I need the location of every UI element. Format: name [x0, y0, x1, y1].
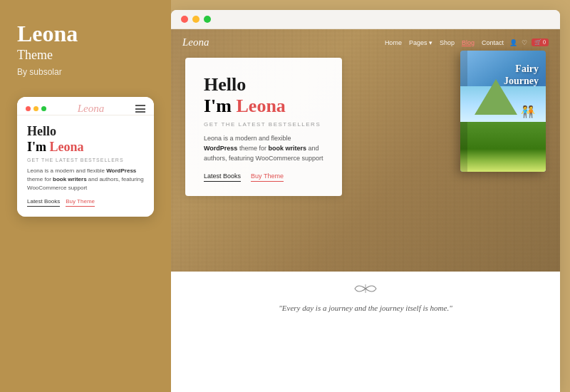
mobile-im: I'm Leona [27, 140, 144, 155]
mobile-mockup: Leona Hello I'm Leona GET THE LATEST BES… [17, 97, 154, 217]
nav-links: Home Pages ▾ Shop Blog Contact [385, 39, 504, 46]
mobile-content: Hello I'm Leona GET THE LATEST BESTSELLE… [17, 115, 154, 217]
mobile-logo: Leona [78, 103, 105, 115]
nav-contact[interactable]: Contact [482, 39, 504, 46]
browser-chrome [171, 10, 560, 29]
mobile-dot-red [26, 106, 31, 111]
browser-dot-green [204, 16, 211, 23]
theme-subtitle: Theme [17, 48, 53, 63]
theme-title: Leona [17, 21, 78, 46]
book-cover: Fairy Journey 🧑‍🤝‍🧑 [460, 51, 546, 172]
mobile-desc: Leona is a modern and flexible WordPress… [27, 167, 144, 192]
card-desc: Leona is a modern and flexible WordPress… [204, 133, 323, 164]
website-bottom: "Every day is a journey and the journey … [171, 272, 560, 336]
leaf-icon [351, 282, 380, 299]
nav-home[interactable]: Home [385, 39, 402, 46]
mobile-hello: Hello [27, 124, 144, 140]
nav-icons: 👤 ♡ 🛒 0 [509, 38, 549, 46]
browser-body: Leona Home Pages ▾ Shop Blog Contact 👤 ♡… [171, 29, 560, 392]
book-landscape [460, 115, 546, 172]
user-icon[interactable]: 👤 [509, 39, 517, 46]
card-im: I'm Leona [204, 96, 323, 117]
cart-icon[interactable]: 🛒 0 [532, 38, 549, 46]
browser-dot-red [181, 16, 188, 23]
wishlist-icon[interactable]: ♡ [522, 39, 527, 46]
right-panel: Leona Home Pages ▾ Shop Blog Contact 👤 ♡… [171, 0, 570, 392]
browser-dot-yellow [192, 16, 200, 23]
book-mountain [475, 79, 517, 115]
browser-window: Leona Home Pages ▾ Shop Blog Contact 👤 ♡… [171, 10, 560, 392]
mobile-dot-green [41, 106, 46, 111]
card-hello: Hello [204, 75, 323, 96]
book-figures: 🧑‍🤝‍🧑 [521, 105, 535, 118]
mobile-latest-books-button[interactable]: Latest Books [27, 198, 60, 207]
website-hero: Leona Home Pages ▾ Shop Blog Contact 👤 ♡… [171, 29, 560, 272]
mobile-tagline: GET THE LATEST BESTSELLERS [27, 158, 144, 163]
theme-by: By subsolar [17, 67, 62, 77]
mobile-dots [26, 106, 46, 111]
hero-card: Hello I'm Leona GET THE LATEST BESTSELLE… [185, 58, 342, 196]
card-buttons: Latest Books Buy Theme [204, 172, 323, 182]
bottom-quote: "Every day is a journey and the journey … [279, 304, 452, 312]
nav-pages[interactable]: Pages ▾ [409, 39, 432, 46]
mobile-buttons: Latest Books Buy Theme [27, 198, 144, 207]
card-name: Leona [237, 96, 286, 116]
card-tagline: GET THE LATEST BESTSELLERS [204, 121, 323, 128]
left-panel: Leona Theme By subsolar Leona Hello I'm … [0, 0, 171, 392]
nav-blog[interactable]: Blog [462, 39, 475, 46]
hamburger-icon[interactable] [135, 105, 145, 113]
buy-theme-button[interactable]: Buy Theme [251, 172, 284, 182]
website-nav: Leona Home Pages ▾ Shop Blog Contact 👤 ♡… [171, 29, 560, 56]
mobile-name: Leona [50, 140, 84, 154]
nav-logo: Leona [182, 36, 379, 48]
mobile-buy-theme-button[interactable]: Buy Theme [66, 198, 95, 207]
mobile-dot-yellow [33, 106, 38, 111]
mobile-top-bar: Leona [17, 97, 154, 115]
latest-books-button[interactable]: Latest Books [204, 172, 241, 182]
nav-shop[interactable]: Shop [440, 39, 455, 46]
hero-book: Fairy Journey 🧑‍🤝‍🧑 [460, 51, 546, 172]
